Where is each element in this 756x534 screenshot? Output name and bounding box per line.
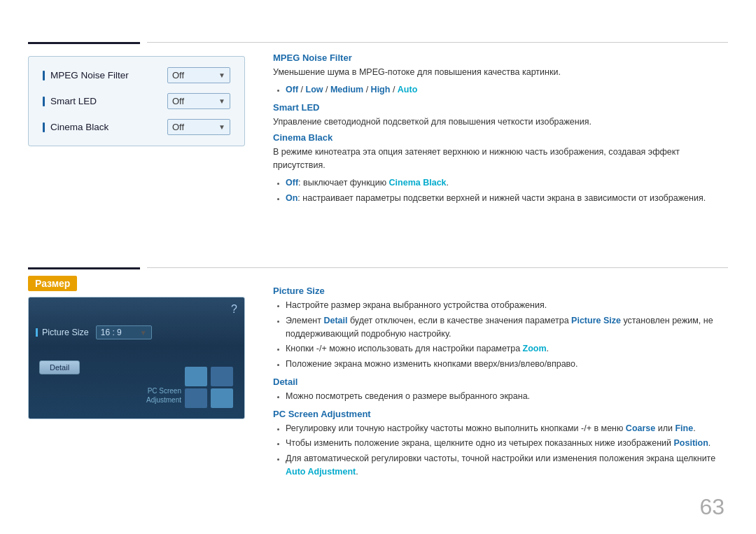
pc-b1-period: . <box>693 423 695 433</box>
pc-screen-grid <box>185 367 234 408</box>
ps-bullet3: Кнопки -/+ можно использовать для настро… <box>286 342 728 356</box>
mpeg-noise-filter-value: Off <box>172 70 184 80</box>
cinema-black-label: Cinema Black <box>43 122 108 132</box>
mpeg-section-title: MPEG Noise Filter <box>273 52 728 63</box>
mpeg-high-link: High <box>371 85 391 94</box>
cinema-on-text: : настраивает параметры подсветки верхне… <box>298 193 706 203</box>
ps-zoom-link: Zoom <box>523 344 547 353</box>
ps-picture-size-link: Picture Size <box>571 316 621 325</box>
cinema-black-dropdown[interactable]: Off ▼ <box>167 119 230 135</box>
mpeg-medium-link: Medium <box>330 85 363 94</box>
detail-section: Detail Можно посмотреть сведения о разме… <box>273 377 728 403</box>
detail-section-title: Detail <box>273 377 728 387</box>
pc-cell-3 <box>185 388 207 408</box>
right-panel-bottom: Picture Size Настройте размер экрана выб… <box>273 286 728 484</box>
cinema-black-bullet1: Off: выключает функцию Cinema Black. <box>286 176 728 190</box>
page-number: 63 <box>699 494 724 520</box>
cinema-black-value: Off <box>172 122 184 132</box>
smart-led-value: Off <box>172 96 184 106</box>
smart-led-label: Smart LED <box>43 96 97 106</box>
cinema-black-section: Cinema Black В режиме кинотеатра эта опц… <box>273 132 728 204</box>
cinema-black-bullet2: On: настраивает параметры подсветки верх… <box>286 192 728 205</box>
mpeg-section-desc: Уменьшение шума в MPEG-потоке для повыше… <box>273 66 728 79</box>
picture-size-section: Picture Size Настройте размер экрана выб… <box>273 286 728 371</box>
mpeg-section: MPEG Noise Filter Уменьшение шума в MPEG… <box>273 52 728 97</box>
left-panel-bottom-inner: ? Picture Size 16 : 9 ▼ Detail PC Screen… <box>29 297 244 419</box>
top-line-right <box>147 42 728 43</box>
cinema-black-list: Off: выключает функцию Cinema Black. On:… <box>286 176 728 205</box>
pc-screen-section-title: PC Screen Adjustment <box>273 409 728 419</box>
picture-size-row: Picture Size 16 : 9 ▼ <box>36 325 152 339</box>
pc-b1-text: Регулировку или точную настройку частоты… <box>286 423 626 433</box>
pc-bullet3: Для автоматической регулировки частоты, … <box>286 452 728 479</box>
pc-position-link: Position <box>674 438 708 448</box>
right-panel-top: MPEG Noise Filter Уменьшение шума в MPEG… <box>273 52 728 210</box>
ps-detail-link: Detail <box>323 316 347 325</box>
left-panel-bottom: ? Picture Size 16 : 9 ▼ Detail PC Screen… <box>28 297 245 419</box>
detail-button[interactable]: Detail <box>39 360 80 374</box>
pc-cell-2 <box>211 367 233 386</box>
mpeg-low-link: Low <box>306 85 323 94</box>
picture-size-label: Picture Size <box>36 328 89 337</box>
pc-screen-list: Регулировку или точную настройку частоты… <box>286 422 728 479</box>
menu-row-smart-led: Smart LED Off ▼ <box>43 93 230 109</box>
pc-b3-text: Для автоматической регулировки частоты, … <box>286 454 715 463</box>
menu-row-mpeg: MPEG Noise Filter Off ▼ <box>43 67 230 83</box>
picture-size-section-title: Picture Size <box>273 286 728 296</box>
mpeg-off-link: Off <box>286 85 298 94</box>
pc-b3-period: . <box>356 467 358 477</box>
smart-led-section: Smart LED Управление светодиодной подсве… <box>273 102 728 129</box>
pc-screen-section: PC Screen Adjustment Регулировку или точ… <box>273 409 728 479</box>
mpeg-auto-link: Auto <box>398 85 417 94</box>
menu-panel-top: MPEG Noise Filter Off ▼ Smart LED Off ▼ … <box>28 56 245 146</box>
smart-led-section-desc: Управление светодиодной подсветкой для п… <box>273 115 728 129</box>
cinema-off-text: : выключает функцию <box>298 178 389 188</box>
mpeg-options-item: Off / Low / Medium / High / Auto <box>286 83 728 97</box>
smart-led-dropdown[interactable]: Off ▼ <box>167 93 230 109</box>
pc-coarse-link: Coarse <box>626 423 655 433</box>
mpeg-noise-filter-label: MPEG Noise Filter <box>43 70 129 80</box>
question-mark-icon: ? <box>231 303 237 316</box>
pc-b2-text: Чтобы изменить положение экрана, щелкнит… <box>286 438 674 448</box>
cinema-off-period: . <box>447 178 449 188</box>
pc-b1-or: или <box>655 423 675 433</box>
mpeg-dropdown-arrow: ▼ <box>218 71 225 79</box>
pc-cell-4 <box>211 388 233 408</box>
pc-bullet1: Регулировку или точную настройку частоты… <box>286 422 728 435</box>
pc-cell-1 <box>185 367 207 386</box>
mpeg-options-list: Off / Low / Medium / High / Auto <box>286 83 728 97</box>
cinema-black-section-desc: В режиме кинотеатра эта опция затеняет в… <box>273 146 728 172</box>
mid-line-right <box>147 267 728 268</box>
smart-led-arrow: ▼ <box>218 97 225 105</box>
picture-size-arrow: ▼ <box>140 329 147 337</box>
ps-b2-text: будет отключен, если в качестве значения… <box>348 316 572 325</box>
menu-row-cinema-black: Cinema Black Off ▼ <box>43 119 230 135</box>
cinema-black-section-title: Cinema Black <box>273 132 728 143</box>
ps-bullet4: Положение экрана можно изменить кнопками… <box>286 358 728 371</box>
mpeg-separator3: / <box>366 85 371 94</box>
mpeg-separator1: / <box>301 85 306 94</box>
mpeg-separator2: / <box>326 85 330 94</box>
detail-list: Можно посмотреть сведения о размере выбр… <box>286 390 728 403</box>
ps-b3-text: Кнопки -/+ можно использовать для настро… <box>286 344 523 353</box>
picture-size-dropdown[interactable]: 16 : 9 ▼ <box>96 325 152 339</box>
smart-led-section-title: Smart LED <box>273 102 728 113</box>
pc-auto-link: Auto Adjustment <box>286 467 356 477</box>
pc-bullet2: Чтобы изменить положение экрана, щелкнит… <box>286 437 728 450</box>
pc-fine-link: Fine <box>675 423 693 433</box>
cinema-off-link: Off <box>286 178 298 188</box>
cinema-black-arrow: ▼ <box>218 123 225 131</box>
ps-b3-suffix: . <box>547 344 549 353</box>
ps-b2-prefix: Элемент <box>286 316 323 325</box>
pc-b2-period: . <box>708 438 710 448</box>
top-line-left <box>28 42 140 44</box>
mpeg-noise-filter-dropdown[interactable]: Off ▼ <box>167 67 230 83</box>
ps-bullet2: Элемент Detail будет отключен, если в ка… <box>286 314 728 341</box>
mid-line-left <box>28 267 140 269</box>
cinema-black-link: Cinema Black <box>389 178 447 188</box>
pc-screen-label: PC ScreenAdjustment <box>146 386 181 405</box>
ps-bullet1: Настройте размер экрана выбранного устро… <box>286 299 728 312</box>
mpeg-separator4: / <box>393 85 398 94</box>
picture-size-list: Настройте размер экрана выбранного устро… <box>286 299 728 371</box>
detail-bullet1: Можно посмотреть сведения о размере выбр… <box>286 390 728 403</box>
